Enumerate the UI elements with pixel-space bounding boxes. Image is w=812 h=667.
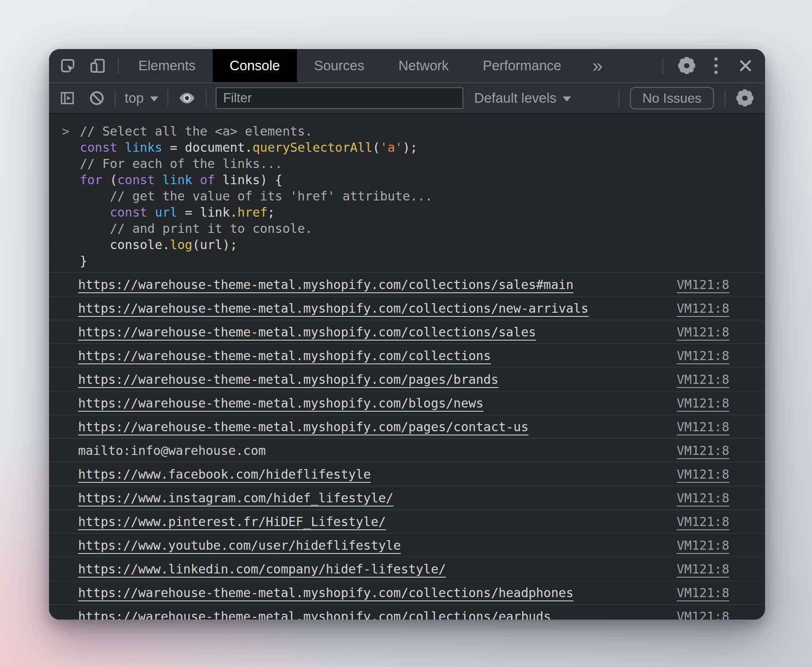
console-log-row: https://warehouse-theme-metal.myshopify.… [49,343,765,367]
divider [206,90,207,106]
log-url-link[interactable]: https://warehouse-theme-metal.myshopify.… [78,372,498,387]
filter-input[interactable] [216,87,463,109]
context-selector-label: top [125,90,144,106]
divider [167,90,168,106]
console-log-row: https://warehouse-theme-metal.myshopify.… [49,367,765,391]
eye-icon-glyph [177,89,197,108]
console-log-row: mailto:info@warehouse.comVM121:8 [49,438,765,462]
tab-performance[interactable]: Performance [466,49,578,82]
device-toolbar-icon[interactable] [89,57,106,74]
console-panel: > // Select all the <a> elements.const l… [49,114,765,620]
log-url-link[interactable]: https://warehouse-theme-metal.myshopify.… [78,301,588,316]
console-log-list: https://warehouse-theme-metal.myshopify.… [49,272,765,620]
levels-dropdown[interactable]: Default levels [474,90,571,106]
console-log-row: https://warehouse-theme-metal.myshopify.… [49,415,765,438]
console-prompt-chevron: > [62,123,69,139]
tab-console[interactable]: Console [213,49,297,82]
console-log-row: https://www.facebook.com/hideflifestyleV… [49,462,765,486]
code-line: } [80,253,765,269]
log-source-link[interactable]: VM121:8 [664,443,729,458]
settings-gear-icon[interactable] [678,57,695,74]
console-log-row: https://www.instagram.com/hidef_lifestyl… [49,486,765,509]
close-icon[interactable] [737,57,754,74]
toolbar-right-controls: No Issues [608,87,753,109]
console-log-row: https://warehouse-theme-metal.myshopify.… [49,604,765,620]
log-source-link[interactable]: VM121:8 [664,396,729,410]
code-line: for (const link of links) { [80,172,765,188]
code-line: const url = link.href; [80,204,765,220]
log-url-link[interactable]: https://warehouse-theme-metal.myshopify.… [78,585,573,600]
console-sidebar-icon[interactable] [59,90,76,106]
console-log-row: https://www.pinterest.fr/HiDEF_Lifestyle… [49,509,765,533]
log-url-link[interactable]: https://warehouse-theme-metal.myshopify.… [78,609,551,620]
log-url-link[interactable]: https://warehouse-theme-metal.myshopify.… [78,396,483,410]
console-settings-gear-icon[interactable] [736,90,753,107]
log-source-link[interactable]: VM121:8 [664,301,729,316]
log-url-link[interactable]: https://www.instagram.com/hidef_lifestyl… [78,491,394,505]
divider [618,90,619,106]
code-line: // For each of the links... [80,156,765,172]
clear-console-icon[interactable] [88,89,106,107]
console-log-row: https://www.linkedin.com/company/hidef-l… [49,557,765,581]
log-source-link[interactable]: VM121:8 [664,491,729,505]
tab-sources[interactable]: Sources [297,49,381,82]
log-source-link[interactable]: VM121:8 [664,609,729,620]
log-url-link[interactable]: https://www.linkedin.com/company/hidef-l… [78,562,446,576]
device-toolbar-icon-glyph [89,57,106,74]
context-selector[interactable]: top [125,90,158,106]
clear-console-icon-glyph [88,89,106,107]
console-toolbar: top Default levels No Issues [49,82,765,114]
no-issues-button[interactable]: No Issues [630,87,714,109]
divider [118,57,119,74]
divider [115,90,116,106]
log-source-link[interactable]: VM121:8 [664,348,729,363]
log-source-link[interactable]: VM121:8 [664,538,729,553]
gear-glyph [678,57,695,74]
menu-kebab-icon[interactable] [714,57,718,74]
tab-elements[interactable]: Elements [121,49,213,82]
log-url-link[interactable]: https://warehouse-theme-metal.myshopify.… [78,348,491,363]
divider [662,57,663,74]
gear-glyph [736,90,753,107]
log-source-link[interactable]: VM121:8 [664,585,729,600]
log-text: mailto:info@warehouse.com [78,443,266,458]
log-url-link[interactable]: https://www.youtube.com/user/hideflifest… [78,538,401,553]
console-log-row: https://www.youtube.com/user/hideflifest… [49,533,765,557]
log-url-link[interactable]: https://warehouse-theme-metal.myshopify.… [78,420,529,434]
log-source-link[interactable]: VM121:8 [664,277,729,292]
code-line: // and print it to console. [80,220,765,237]
code-line: const links = document.querySelectorAll(… [80,139,765,156]
log-source-link[interactable]: VM121:8 [664,420,729,434]
console-log-row: https://warehouse-theme-metal.myshopify.… [49,581,765,604]
levels-dropdown-label: Default levels [474,90,556,106]
inspect-element-icon-glyph [59,57,76,74]
log-source-link[interactable]: VM121:8 [664,325,729,339]
console-input-code[interactable]: > // Select all the <a> elements.const l… [49,114,765,272]
tabbar-right-controls [661,57,754,74]
log-source-link[interactable]: VM121:8 [664,562,729,576]
live-expression-eye-icon[interactable] [177,89,197,108]
divider [725,90,726,106]
log-url-link[interactable]: https://warehouse-theme-metal.myshopify.… [78,325,536,339]
inspect-element-icon[interactable] [59,57,76,74]
more-tabs-icon[interactable]: » [593,49,603,82]
chevron-down-icon [150,96,158,101]
log-source-link[interactable]: VM121:8 [664,514,729,529]
console-log-row: https://warehouse-theme-metal.myshopify.… [49,272,765,296]
code-line: console.log(url); [80,237,765,253]
code-lines: // Select all the <a> elements.const lin… [80,123,765,269]
console-log-row: https://warehouse-theme-metal.myshopify.… [49,296,765,320]
chevron-down-icon [563,96,571,101]
log-url-link[interactable]: https://www.pinterest.fr/HiDEF_Lifestyle… [78,514,386,529]
log-source-link[interactable]: VM121:8 [664,467,729,482]
close-icon-glyph [737,57,754,74]
log-url-link[interactable]: https://www.facebook.com/hideflifestyle [78,467,371,482]
log-source-link[interactable]: VM121:8 [664,372,729,387]
code-line: // Select all the <a> elements. [80,123,765,139]
devtools-window: ElementsConsoleSourcesNetworkPerformance… [49,49,765,620]
console-sidebar-icon-glyph [59,90,76,106]
tab-network[interactable]: Network [381,49,466,82]
console-log-row: https://warehouse-theme-metal.myshopify.… [49,391,765,415]
log-url-link[interactable]: https://warehouse-theme-metal.myshopify.… [78,277,573,292]
tab-strip: ElementsConsoleSourcesNetworkPerformance [121,49,578,82]
